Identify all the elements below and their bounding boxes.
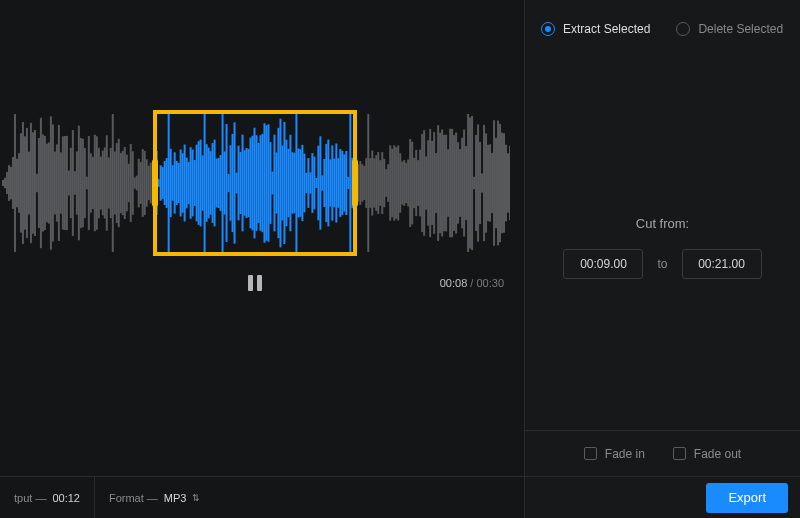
svg-rect-160 xyxy=(319,136,321,229)
svg-rect-1 xyxy=(2,180,4,186)
svg-rect-92 xyxy=(184,145,186,222)
svg-rect-150 xyxy=(299,149,301,217)
cut-to-input[interactable]: 00:21.00 xyxy=(682,249,762,279)
svg-rect-17 xyxy=(34,130,36,236)
svg-rect-89 xyxy=(178,163,180,203)
svg-rect-10 xyxy=(20,133,22,232)
svg-rect-101 xyxy=(202,155,204,210)
svg-rect-204 xyxy=(407,159,409,206)
svg-rect-81 xyxy=(162,167,164,199)
svg-rect-151 xyxy=(301,145,303,221)
svg-rect-12 xyxy=(24,136,26,229)
svg-rect-117 xyxy=(234,122,236,243)
svg-rect-177 xyxy=(353,164,355,201)
svg-rect-253 xyxy=(505,145,507,222)
radio-dot-icon xyxy=(541,22,555,36)
footer-format-cell[interactable]: Format — MP3 ⇅ xyxy=(95,477,214,518)
svg-rect-179 xyxy=(357,164,359,201)
svg-rect-244 xyxy=(487,145,489,221)
svg-rect-175 xyxy=(349,114,351,252)
svg-rect-38 xyxy=(76,151,78,214)
radio-delete-selected[interactable]: Delete Selected xyxy=(676,22,783,36)
svg-rect-133 xyxy=(265,125,267,240)
svg-rect-104 xyxy=(208,148,210,219)
cut-from-input[interactable]: 00:09.00 xyxy=(563,249,643,279)
svg-rect-227 xyxy=(453,135,455,231)
svg-rect-254 xyxy=(507,153,509,212)
waveform-container[interactable] xyxy=(0,112,510,254)
svg-rect-170 xyxy=(339,149,341,217)
svg-rect-4 xyxy=(8,165,10,201)
svg-rect-49 xyxy=(98,148,100,218)
svg-rect-196 xyxy=(391,149,393,217)
footer-bar: tput — 00:12 Format — MP3 ⇅ xyxy=(0,476,524,518)
svg-rect-112 xyxy=(224,151,226,214)
svg-rect-113 xyxy=(226,124,228,242)
svg-rect-234 xyxy=(467,114,469,252)
svg-rect-123 xyxy=(246,148,248,218)
svg-rect-252 xyxy=(503,133,505,233)
svg-rect-169 xyxy=(337,158,339,208)
svg-rect-84 xyxy=(168,114,170,252)
svg-rect-105 xyxy=(210,151,212,215)
svg-rect-54 xyxy=(108,158,110,209)
format-prefix: Format — xyxy=(109,492,158,504)
svg-rect-25 xyxy=(50,116,52,250)
svg-rect-61 xyxy=(122,151,124,215)
checkbox-fade-out[interactable]: Fade out xyxy=(673,447,741,461)
svg-rect-176 xyxy=(351,158,353,208)
svg-rect-205 xyxy=(409,139,411,227)
radio-extract-selected[interactable]: Extract Selected xyxy=(541,22,650,36)
svg-rect-229 xyxy=(457,142,459,223)
svg-rect-3 xyxy=(6,172,8,194)
checkbox-fade-in[interactable]: Fade in xyxy=(584,447,645,461)
svg-rect-55 xyxy=(110,148,112,218)
svg-rect-91 xyxy=(182,153,184,212)
editor-panel: 00:08 / 00:30 tput — 00:12 Format — MP3 … xyxy=(0,0,525,518)
svg-rect-189 xyxy=(377,152,379,214)
svg-rect-45 xyxy=(90,153,92,212)
svg-rect-122 xyxy=(244,150,246,216)
svg-rect-255 xyxy=(509,146,510,220)
svg-rect-155 xyxy=(309,172,311,193)
svg-rect-134 xyxy=(267,124,269,241)
svg-rect-211 xyxy=(421,134,423,232)
output-prefix: tput — xyxy=(14,492,46,504)
checkbox-icon xyxy=(673,447,686,460)
svg-rect-250 xyxy=(499,124,501,242)
svg-rect-156 xyxy=(311,153,313,213)
svg-rect-180 xyxy=(359,161,361,205)
svg-rect-207 xyxy=(413,158,415,208)
svg-rect-40 xyxy=(80,138,82,228)
svg-rect-199 xyxy=(397,145,399,220)
time-current: 00:08 xyxy=(440,277,468,289)
svg-rect-167 xyxy=(333,159,335,208)
waveform[interactable] xyxy=(0,112,510,254)
svg-rect-138 xyxy=(275,152,277,213)
svg-rect-128 xyxy=(255,135,257,231)
svg-rect-136 xyxy=(271,172,273,195)
svg-rect-9 xyxy=(18,153,20,213)
cut-block: Cut from: 00:09.00 to 00:21.00 xyxy=(525,216,800,279)
svg-rect-201 xyxy=(401,162,403,205)
fade-in-label: Fade in xyxy=(605,447,645,461)
svg-rect-36 xyxy=(72,130,74,236)
svg-rect-83 xyxy=(166,158,168,208)
pause-button[interactable] xyxy=(248,275,262,291)
svg-rect-86 xyxy=(172,165,174,200)
svg-rect-190 xyxy=(379,160,381,206)
svg-rect-118 xyxy=(236,173,238,194)
svg-rect-185 xyxy=(369,158,371,207)
svg-rect-57 xyxy=(114,152,116,215)
svg-rect-22 xyxy=(44,136,46,230)
svg-rect-228 xyxy=(455,133,457,234)
svg-rect-120 xyxy=(240,152,242,214)
svg-rect-46 xyxy=(92,157,94,209)
export-button[interactable]: Export xyxy=(706,483,788,513)
svg-rect-108 xyxy=(216,159,218,208)
svg-rect-181 xyxy=(361,164,363,201)
svg-rect-76 xyxy=(152,161,154,204)
format-value: MP3 xyxy=(164,492,187,504)
svg-rect-217 xyxy=(433,132,435,234)
svg-rect-240 xyxy=(479,142,481,224)
